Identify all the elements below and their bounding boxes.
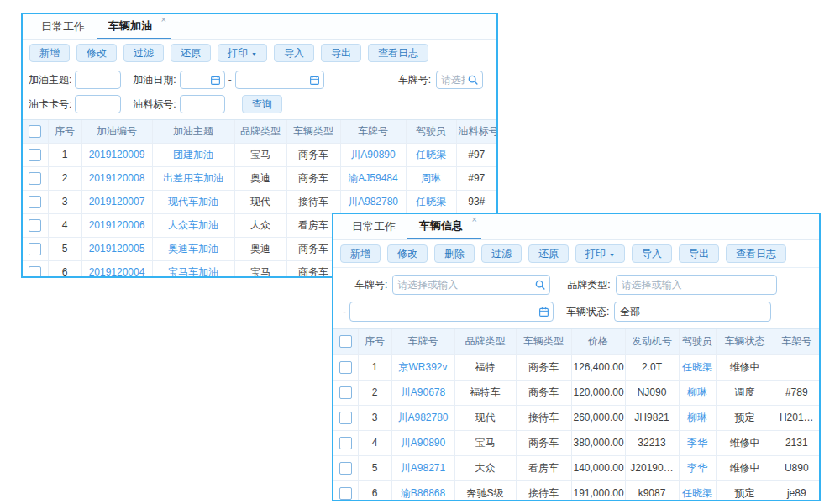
search-icon[interactable] (534, 279, 546, 291)
cell-link[interactable]: 川A982780 (340, 190, 406, 213)
cell-link[interactable]: 2019120007 (81, 190, 152, 213)
export-button[interactable]: 导出 (321, 44, 361, 62)
refuel-date-to-input[interactable] (238, 72, 309, 87)
cell-link[interactable]: 现代车加油 (152, 190, 234, 213)
row-checkbox[interactable] (339, 487, 352, 500)
cell: 奥迪 (234, 166, 286, 190)
refuel-plate-input[interactable] (438, 72, 467, 87)
row-checkbox[interactable] (29, 243, 41, 255)
tab-vehicle-info[interactable]: 车辆信息 × (407, 214, 481, 239)
view-log-button[interactable]: 查看日志 (726, 244, 786, 263)
cell-link[interactable]: 奥迪车加油 (152, 237, 234, 260)
header-row: 序号加油编号加油主题品牌类型车辆类型车牌号驾驶员油料标号 (23, 120, 496, 143)
print-button[interactable]: 打印 ▼ (218, 44, 267, 62)
tab-vehicle-refuel[interactable]: 车辆加油 × (97, 14, 171, 39)
cell-link[interactable]: 2019120009 (81, 143, 152, 166)
vehicle-brand-input[interactable] (616, 275, 777, 295)
table-row: 32019120007现代车加油现代接待车川A982780任晓渠93# (23, 190, 496, 213)
cell-link[interactable]: 李华 (679, 430, 716, 455)
cell: 调度 (716, 380, 774, 405)
cell-link[interactable]: 2019120005 (81, 237, 152, 260)
view-log-button[interactable]: 查看日志 (368, 44, 428, 62)
row-checkbox[interactable] (29, 219, 41, 232)
cell-link[interactable]: 柳琳 (679, 405, 716, 430)
row-checkbox[interactable] (29, 196, 41, 208)
cell-link[interactable]: 川A90678 (391, 380, 454, 405)
vehicle-date-to-input[interactable] (352, 304, 538, 319)
refuel-date-from-input[interactable] (182, 72, 210, 87)
edit-button[interactable]: 修改 (76, 44, 117, 62)
cell-link[interactable]: 任晓渠 (679, 480, 716, 501)
reset-button[interactable]: 还原 (171, 44, 211, 62)
cell-link[interactable]: 宝马车加油 (152, 260, 234, 278)
print-button[interactable]: 打印 ▼ (575, 244, 625, 263)
cell-link[interactable]: 川A90890 (340, 143, 406, 166)
vehicle-status-select[interactable] (614, 302, 771, 322)
row-checkbox[interactable] (29, 172, 41, 185)
cell-link[interactable]: 周琳 (406, 166, 456, 190)
search-icon[interactable] (467, 74, 479, 86)
import-button[interactable]: 导入 (274, 44, 314, 62)
row-select-cell (333, 354, 358, 380)
cell: 福特 (454, 354, 516, 380)
cell-link[interactable]: 京WR392v (391, 354, 454, 380)
edit-button[interactable]: 修改 (387, 244, 428, 263)
column-header: 车牌号 (391, 329, 454, 354)
row-checkbox[interactable] (29, 149, 41, 161)
column-header: 发动机号 (625, 329, 679, 354)
calendar-icon[interactable] (210, 75, 221, 86)
cell-link[interactable]: 柳琳 (679, 380, 716, 405)
add-button[interactable]: 新增 (340, 244, 381, 263)
cell-link[interactable]: 2019120006 (81, 213, 152, 237)
row-checkbox[interactable] (339, 412, 352, 424)
vehicle-status-label: 车辆状态: (566, 305, 609, 319)
calendar-icon[interactable] (309, 75, 320, 86)
fuel-grade-input[interactable] (180, 95, 225, 113)
import-button[interactable]: 导入 (632, 244, 672, 263)
tab-daily-work[interactable]: 日常工作 (340, 214, 407, 239)
export-button[interactable]: 导出 (679, 244, 719, 263)
cell-link[interactable]: 川A982780 (391, 405, 454, 430)
cell-link[interactable]: 任晓渠 (406, 143, 456, 166)
cell-link[interactable]: 团建加油 (152, 143, 234, 166)
refuel-subject-input[interactable] (75, 71, 121, 89)
query-button[interactable]: 查询 (242, 95, 282, 113)
calendar-icon[interactable] (538, 307, 549, 318)
cell-link[interactable]: 川A98271 (391, 455, 454, 480)
cell-link[interactable]: 出差用车加油 (152, 166, 234, 190)
select-all-checkbox[interactable] (29, 125, 41, 138)
row-checkbox[interactable] (339, 386, 352, 399)
cell-link[interactable]: 2019120008 (81, 166, 152, 190)
add-button[interactable]: 新增 (29, 44, 70, 62)
cell-link[interactable]: 任晓渠 (406, 190, 456, 213)
vehicle-plate-input[interactable] (395, 277, 534, 292)
row-checkbox[interactable] (339, 462, 352, 475)
close-icon[interactable]: × (472, 215, 477, 224)
cell-link[interactable]: 大众车加油 (152, 213, 234, 237)
cell-link[interactable]: 渝B86868 (391, 480, 454, 501)
row-checkbox[interactable] (29, 266, 41, 278)
refuel-subject-label: 加油主题: (29, 73, 71, 87)
filter-button[interactable]: 过滤 (123, 44, 164, 62)
row-checkbox[interactable] (339, 437, 352, 449)
table-row: 6渝B86868奔驰S级接待车191,000.00k9087任晓渠预定je89 (333, 480, 819, 501)
refuel-tab-bar: 日常工作 车辆加油 × (23, 14, 496, 40)
cell: #789 (774, 380, 819, 405)
tab-daily-work[interactable]: 日常工作 (29, 14, 97, 39)
close-icon[interactable]: × (161, 15, 166, 24)
cell-link[interactable]: 李华 (679, 455, 716, 480)
cell-link[interactable]: 渝AJ59484 (340, 166, 406, 190)
cell: 维修中 (716, 354, 774, 380)
fuel-card-input[interactable] (75, 95, 121, 113)
cell-link[interactable]: 任晓渠 (679, 354, 716, 380)
row-select-cell (333, 380, 358, 405)
select-all-checkbox[interactable] (339, 335, 352, 348)
cell-link[interactable]: 2019120004 (81, 260, 152, 278)
delete-button[interactable]: 删除 (434, 244, 475, 263)
print-label: 打印 (228, 45, 248, 61)
reset-button[interactable]: 还原 (528, 244, 569, 263)
row-checkbox[interactable] (339, 361, 352, 374)
filter-button[interactable]: 过滤 (481, 244, 522, 263)
tab-label: 车辆加油 (108, 18, 152, 34)
cell-link[interactable]: 川A90890 (391, 430, 454, 455)
